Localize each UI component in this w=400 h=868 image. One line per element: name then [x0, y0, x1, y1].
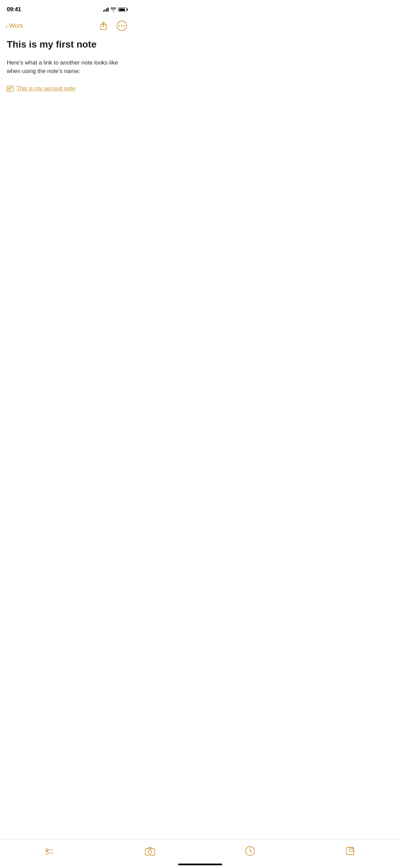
status-icons [103, 7, 127, 12]
note-body: Here’s what a link to another note looks… [7, 58, 127, 76]
back-label: Work [9, 22, 23, 30]
note-title: This is my first note [7, 39, 127, 50]
wifi-icon [111, 7, 116, 12]
status-bar: 09:41 [0, 0, 133, 17]
share-icon [99, 21, 108, 30]
note-link-text: This is my second note [16, 85, 75, 92]
share-button[interactable] [97, 20, 110, 32]
note-content: This is my first note Here’s what a link… [0, 36, 133, 99]
back-button[interactable]: ‹ Work [5, 22, 23, 30]
note-link-icon [7, 86, 14, 92]
note-link[interactable]: This is my second note [7, 85, 127, 92]
more-icon [117, 21, 127, 31]
battery-icon [118, 7, 127, 12]
signal-icon [103, 7, 109, 12]
nav-bar: ‹ Work [0, 17, 133, 36]
nav-actions [97, 20, 128, 32]
more-button[interactable] [116, 20, 128, 32]
back-chevron-icon: ‹ [5, 22, 8, 29]
status-time: 09:41 [7, 6, 21, 13]
